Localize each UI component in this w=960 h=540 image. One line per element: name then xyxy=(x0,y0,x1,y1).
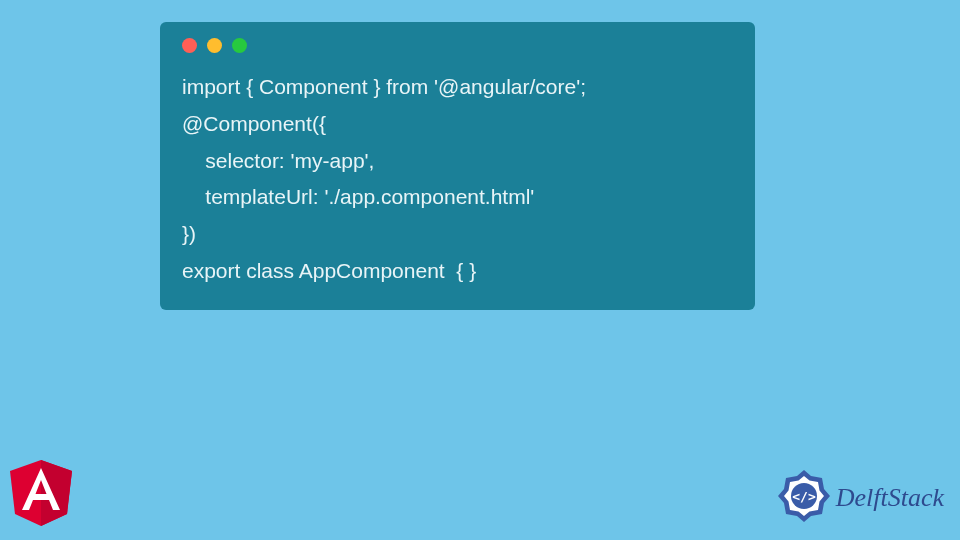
delftstack-logo: </> DelftStack xyxy=(776,468,944,528)
code-line: import { Component } from '@angular/core… xyxy=(182,75,586,98)
close-dot xyxy=(182,38,197,53)
code-line: export class AppComponent { } xyxy=(182,259,476,282)
svg-text:</>: </> xyxy=(792,489,816,504)
code-line: templateUrl: './app.component.html' xyxy=(182,185,534,208)
angular-logo-icon xyxy=(10,460,72,530)
minimize-dot xyxy=(207,38,222,53)
code-line: @Component({ xyxy=(182,112,326,135)
code-panel: import { Component } from '@angular/core… xyxy=(160,22,755,310)
delftstack-badge-icon: </> xyxy=(776,468,832,528)
window-controls xyxy=(182,38,733,53)
code-content: import { Component } from '@angular/core… xyxy=(182,69,733,290)
code-line: selector: 'my-app', xyxy=(182,149,374,172)
delftstack-text: DelftStack xyxy=(836,483,944,513)
svg-marker-1 xyxy=(41,460,72,526)
maximize-dot xyxy=(232,38,247,53)
code-line: }) xyxy=(182,222,196,245)
